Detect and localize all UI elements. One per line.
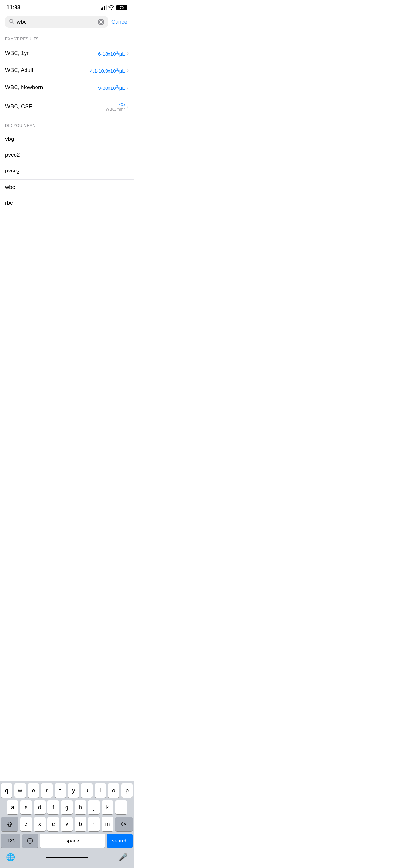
result-row[interactable]: WBC, Newborn 9-30x103/μL › — [0, 79, 134, 96]
clear-button[interactable] — [98, 19, 104, 25]
result-value-wrap: 9-30x103/μL › — [98, 84, 128, 91]
did-you-mean-row[interactable]: pvco2 — [0, 147, 134, 163]
chevron-icon: › — [127, 85, 128, 90]
chevron-icon: › — [127, 67, 128, 73]
did-you-mean-item: wbc — [5, 184, 15, 190]
result-name: WBC, Newborn — [5, 84, 43, 91]
result-csf-value: <5 WBC/mm³ — [105, 101, 125, 112]
result-value: 4.1-10.9x103/μL — [90, 67, 125, 73]
did-you-mean-row[interactable]: wbc — [0, 179, 134, 195]
status-bar: 11:33 70 — [0, 0, 134, 13]
result-name: WBC, 1yr — [5, 50, 29, 57]
result-name: WBC, CSF — [5, 103, 32, 110]
result-name: WBC, Adult — [5, 67, 33, 73]
search-input-wrapper[interactable] — [5, 16, 108, 28]
chevron-icon: › — [127, 51, 128, 56]
result-row[interactable]: WBC, Adult 4.1-10.9x103/μL › — [0, 62, 134, 79]
did-you-mean-header: DID YOU MEAN : — [0, 117, 134, 131]
result-row[interactable]: WBC, 1yr 6-18x103/μL › — [0, 44, 134, 62]
status-time: 11:33 — [6, 4, 20, 11]
did-you-mean-row[interactable]: rbc — [0, 195, 134, 211]
search-icon — [9, 19, 14, 25]
result-value-wrap: 4.1-10.9x103/μL › — [90, 67, 128, 73]
did-you-mean-item: vbg — [5, 136, 14, 142]
result-row[interactable]: WBC, CSF <5 WBC/mm³ › — [0, 96, 134, 117]
cancel-button[interactable]: Cancel — [112, 19, 128, 25]
status-icons: 70 — [101, 5, 127, 11]
did-you-mean-item: rbc — [5, 200, 13, 206]
csf-bottom-value: WBC/mm³ — [105, 107, 125, 112]
exact-results-header: EXACT RESULTS — [0, 30, 134, 44]
search-bar-container: Cancel — [0, 13, 134, 30]
result-value: 6-18x103/μL — [98, 50, 125, 57]
result-value-wrap: <5 WBC/mm³ › — [105, 101, 128, 112]
signal-bars-icon — [101, 5, 106, 10]
did-you-mean-item: pvco2 — [5, 167, 19, 174]
did-you-mean-row[interactable]: pvco2 — [0, 163, 134, 179]
result-value-wrap: 6-18x103/μL › — [98, 50, 128, 57]
search-input[interactable] — [17, 19, 95, 25]
csf-top-value: <5 — [105, 101, 125, 107]
battery-icon: 70 — [116, 5, 127, 10]
did-you-mean-row[interactable]: vbg — [0, 131, 134, 147]
wifi-icon — [109, 5, 114, 11]
chevron-icon: › — [127, 104, 128, 110]
did-you-mean-item: pvco2 — [5, 152, 20, 158]
result-value: 9-30x103/μL — [98, 84, 125, 91]
